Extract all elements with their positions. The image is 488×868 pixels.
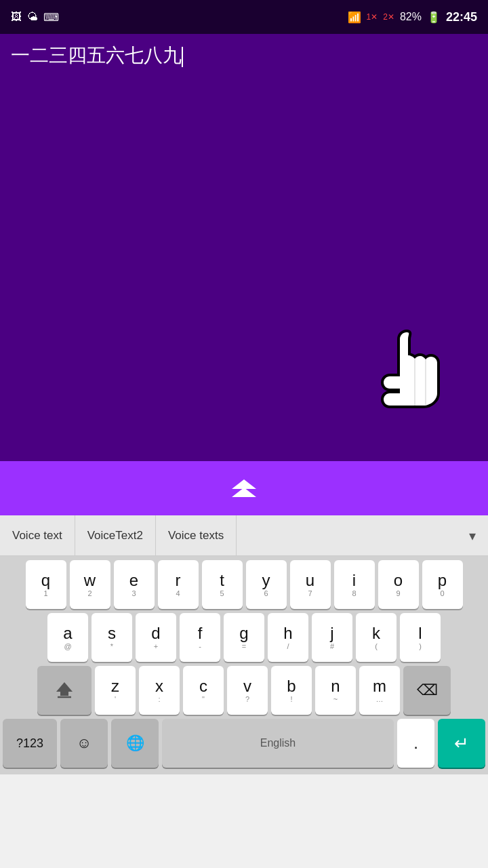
keyboard-icon: ⌨ — [43, 11, 59, 24]
key-i[interactable]: i8 — [334, 560, 375, 609]
key-row-2: a@ s* d+ f- g= h/ j# k( l) — [3, 613, 485, 662]
chevron-up-icon — [232, 479, 256, 497]
key-p[interactable]: p0 — [422, 560, 463, 609]
period-key[interactable]: . — [397, 719, 434, 768]
keyboard-toggle-strip[interactable] — [0, 461, 488, 515]
signal1-indicator: 1✕ — [367, 12, 378, 22]
key-c[interactable]: c" — [183, 666, 224, 715]
key-q[interactable]: q1 — [26, 560, 66, 609]
period-label: . — [413, 735, 418, 751]
key-r[interactable]: r4 — [158, 560, 199, 609]
shift-key[interactable] — [37, 666, 92, 715]
key-d[interactable]: d+ — [136, 613, 176, 662]
keyboard-rows: q1 w2 e3 r4 t5 y6 u7 i8 o9 p0 a@ s* d+ f… — [0, 556, 488, 774]
status-icons-right: 📶 1✕ 2✕ 82% 🔋 22:45 — [348, 10, 477, 24]
key-row-4: ?123 ☺ 🌐 English . ↵ — [3, 719, 485, 768]
text-input-content: 一二三四五六七八九 — [0, 34, 488, 77]
backspace-key[interactable]: ⌫ — [403, 666, 451, 715]
key-row-3: z' x: c" v? b! n~ m… ⌫ — [3, 666, 485, 715]
key-k[interactable]: k( — [356, 613, 396, 662]
keyboard-area: Voice text VoiceText2 Voice texts ▾ q1 w… — [0, 515, 488, 774]
ime-tab-expand[interactable]: ▾ — [457, 515, 488, 555]
key-s[interactable]: s* — [92, 613, 132, 662]
key-w[interactable]: w2 — [70, 560, 110, 609]
battery-level: 82% — [400, 11, 422, 23]
chinese-text: 一二三四五六七八九 — [11, 45, 182, 66]
status-icons-left: 🖼 🌤 ⌨ — [11, 11, 59, 24]
space-key[interactable]: English — [162, 719, 394, 768]
clock: 22:45 — [446, 10, 477, 24]
numbers-key[interactable]: ?123 — [3, 719, 57, 768]
key-l[interactable]: l) — [400, 613, 441, 662]
ime-tab-2[interactable]: VoiceText2 — [75, 515, 156, 555]
key-g[interactable]: g= — [224, 613, 264, 662]
key-x[interactable]: x: — [139, 666, 180, 715]
enter-key[interactable]: ↵ — [438, 719, 485, 768]
key-h[interactable]: h/ — [268, 613, 308, 662]
enter-icon: ↵ — [454, 734, 469, 752]
emoji-icon: ☺ — [77, 736, 92, 751]
hand-cursor-icon — [366, 326, 447, 420]
space-label: English — [260, 738, 296, 749]
signal2-indicator: 2✕ — [383, 12, 394, 22]
key-f[interactable]: f- — [180, 613, 220, 662]
image-icon: 🖼 — [11, 11, 22, 23]
key-y[interactable]: y6 — [246, 560, 287, 609]
globe-icon: 🌐 — [126, 736, 144, 751]
key-o[interactable]: o9 — [378, 560, 419, 609]
key-a[interactable]: a@ — [47, 613, 88, 662]
status-bar: 🖼 🌤 ⌨ 📶 1✕ 2✕ 82% 🔋 22:45 — [0, 0, 488, 34]
key-v[interactable]: v? — [227, 666, 268, 715]
weather-icon: 🌤 — [27, 11, 38, 23]
emoji-key[interactable]: ☺ — [60, 719, 108, 768]
wifi-icon: 📶 — [348, 11, 361, 24]
key-b[interactable]: b! — [271, 666, 312, 715]
ime-tabs: Voice text VoiceText2 Voice texts ▾ — [0, 515, 488, 556]
battery-icon: 🔋 — [427, 11, 441, 24]
ime-tab-3[interactable]: Voice texts — [156, 515, 237, 555]
key-e[interactable]: e3 — [114, 560, 155, 609]
key-t[interactable]: t5 — [202, 560, 243, 609]
ime-tab-1[interactable]: Voice text — [0, 515, 75, 555]
chevron-down-icon: ▾ — [469, 528, 476, 544]
numbers-label: ?123 — [16, 737, 43, 749]
key-j[interactable]: j# — [312, 613, 352, 662]
key-u[interactable]: u7 — [290, 560, 331, 609]
key-n[interactable]: n~ — [315, 666, 356, 715]
svg-rect-3 — [60, 692, 68, 696]
globe-key[interactable]: 🌐 — [111, 719, 159, 768]
text-cursor — [182, 47, 183, 67]
key-m[interactable]: m… — [359, 666, 400, 715]
main-text-area[interactable]: 一二三四五六七八九 — [0, 34, 488, 461]
key-row-1: q1 w2 e3 r4 t5 y6 u7 i8 o9 p0 — [3, 560, 485, 609]
key-z[interactable]: z' — [95, 666, 136, 715]
